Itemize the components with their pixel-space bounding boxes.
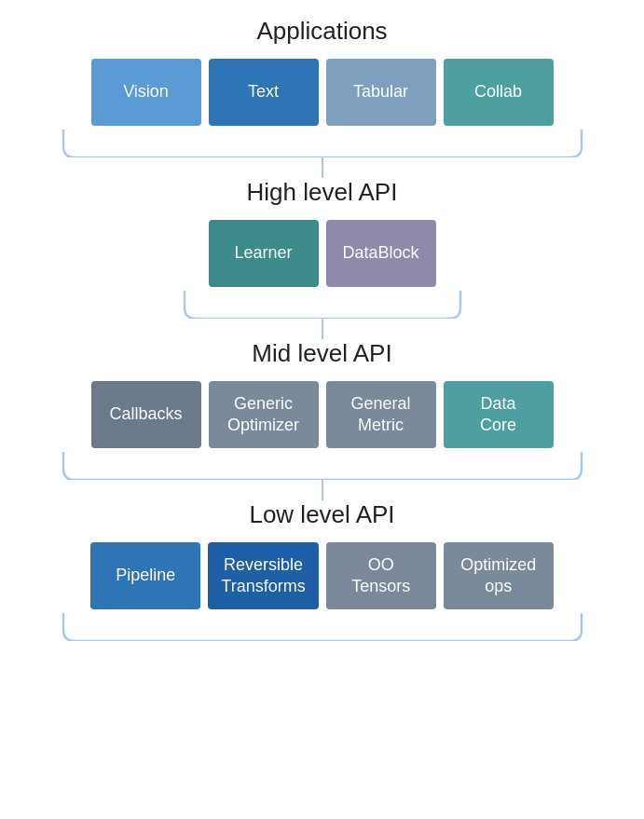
section-high-level-api: High level APILearnerDataBlock [19,178,625,339]
section-low-level-api: Low level APIPipelineReversible Transfor… [19,500,625,641]
box-datablock: DataBlock [326,220,436,287]
box-callbacks: Callbacks [91,381,201,448]
section-mid-level-api: Mid level APICallbacksGeneric OptimizerG… [19,339,625,500]
section-title-low-level-api: Low level API [249,500,394,529]
boxes-row-low-level-api: PipelineReversible TransformsOO TensorsO… [90,542,553,609]
box-optimized-ops: Optimized ops [444,542,554,609]
section-title-mid-level-api: Mid level API [252,339,391,368]
section-applications: ApplicationsVisionTextTabularCollab [19,17,625,178]
boxes-row-high-level-api: LearnerDataBlock [209,220,436,287]
boxes-row-applications: VisionTextTabularCollab [91,59,554,126]
box-data-core: Data Core [444,381,554,448]
section-title-high-level-api: High level API [247,178,398,207]
box-generic-optimizer: Generic Optimizer [209,381,319,448]
connector-line [322,157,323,178]
boxes-row-mid-level-api: CallbacksGeneric OptimizerGeneral Metric… [91,381,554,448]
box-pipeline: Pipeline [90,542,200,609]
box-vision: Vision [91,59,201,126]
box-tabular: Tabular [326,59,436,126]
box-general-metric: General Metric [326,381,436,448]
section-title-applications: Applications [256,17,387,46]
box-learner: Learner [209,220,319,287]
box-oo-tensors: OO Tensors [326,542,436,609]
connector-line [322,319,323,339]
connector-line [322,480,323,500]
app-container: ApplicationsVisionTextTabularCollabHigh … [19,17,625,641]
box-text: Text [209,59,319,126]
box-collab: Collab [444,59,554,126]
box-reversible-transforms: Reversible Transforms [208,542,318,609]
